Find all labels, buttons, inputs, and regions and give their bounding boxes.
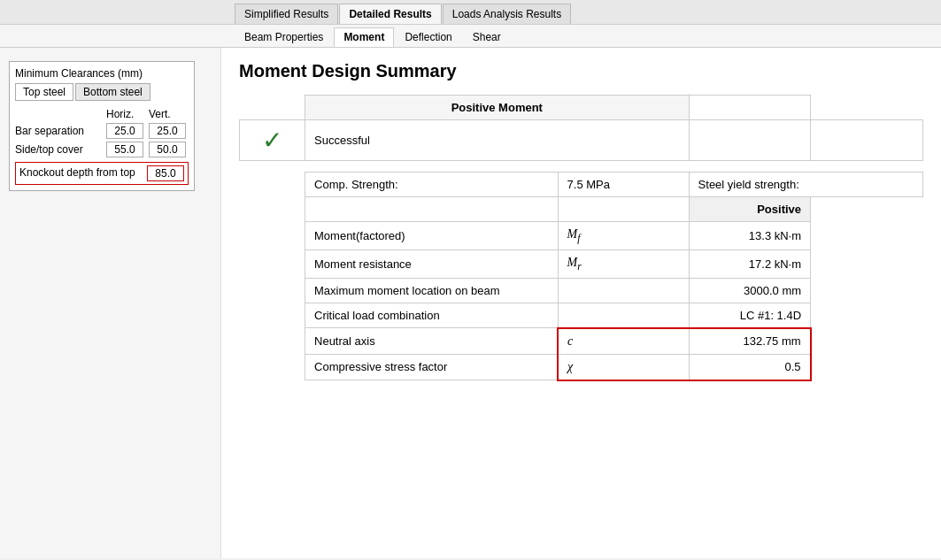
sub-tab-moment[interactable]: Moment: [334, 27, 394, 47]
table-row: Critical load combination LC #1: 1.4D: [240, 303, 923, 328]
empty-1: [811, 249, 923, 278]
row-symbol-2: [558, 278, 689, 303]
steel-yield-label: Steel yield strength:: [689, 173, 922, 197]
empty-cell-1: [240, 96, 305, 120]
horiz-header: Horiz.: [106, 108, 146, 120]
clearances-title: Minimum Clearances (mm): [15, 67, 189, 80]
row-value-5: 0.5: [689, 354, 810, 380]
table-row: Moment(factored) Mf 13.3 kN·m: [240, 222, 923, 250]
row-symbol-4: c: [558, 328, 689, 355]
empty-cell-3: [811, 96, 923, 120]
bar-sep-vert-input[interactable]: [149, 123, 186, 139]
right-panel: Moment Design Summary Positive Moment ✓ …: [221, 48, 941, 558]
vert-header: Vert.: [149, 108, 189, 120]
steel-tabs: Top steel Bottom steel: [15, 83, 189, 101]
bottom-steel-tab[interactable]: Bottom steel: [75, 83, 150, 101]
empty-cell-2: [689, 96, 810, 120]
table-row-highlighted-compressive: Compressive stress factor χ 0.5: [240, 354, 923, 380]
empty-row-cell-2: [240, 278, 305, 303]
empty-5: [811, 354, 923, 380]
empty-row-cell-3: [240, 303, 305, 328]
table-row-highlighted-neutral: Neutral axis c 132.75 mm: [240, 328, 923, 355]
top-steel-tab[interactable]: Top steel: [15, 83, 73, 101]
comp-strength-label: Comp. Strength:: [305, 173, 559, 197]
row-label-0: Moment(factored): [305, 222, 559, 250]
positive-col-header: Positive: [689, 197, 810, 222]
empty-0: [811, 222, 923, 250]
status-text: Successful: [305, 120, 690, 161]
row-symbol-3: [558, 303, 689, 328]
empty-col-header-3: [811, 197, 923, 222]
row-symbol-0: Mf: [558, 222, 689, 250]
side-cover-label: Side/top cover: [15, 143, 104, 156]
row-symbol-5: χ: [558, 354, 689, 380]
positive-moment-header: Positive Moment: [305, 96, 690, 120]
empty-cell-6: [240, 173, 305, 197]
tab-simplified-results[interactable]: Simplified Results: [235, 4, 338, 24]
table-row: Moment resistance Mr 17.2 kN·m: [240, 249, 923, 278]
empty-row-cell: [240, 222, 305, 250]
tab-detailed-results[interactable]: Detailed Results: [339, 4, 441, 24]
left-panel: Minimum Clearances (mm) Top steel Bottom…: [0, 48, 221, 558]
row-label-1: Moment resistance: [305, 249, 559, 278]
empty-row-cell-1: [240, 249, 305, 278]
status-check-icon: ✓: [240, 120, 305, 161]
section-title: Moment Design Summary: [239, 61, 923, 81]
bar-sep-label: Bar separation: [15, 125, 104, 137]
empty-row-cell-4: [240, 328, 305, 355]
empty-col-header-2: [558, 197, 689, 222]
side-cover-vert-input[interactable]: [149, 142, 186, 157]
knockout-row: Knockout depth from top: [15, 162, 189, 185]
clearances-grid: Horiz. Vert. Bar separation Side/top cov…: [15, 108, 189, 157]
row-symbol-1: Mr: [558, 249, 689, 278]
empty-col-header-1: [305, 197, 559, 222]
row-value-3: LC #1: 1.4D: [689, 303, 810, 328]
row-value-2: 3000.0 mm: [689, 278, 810, 303]
main-layout: Minimum Clearances (mm) Top steel Bottom…: [0, 48, 941, 558]
sub-nav: Beam Properties Moment Deflection Shear: [0, 25, 941, 48]
empty-4: [811, 328, 923, 355]
knockout-label: Knockout depth from top: [19, 166, 147, 180]
summary-table: Positive Moment ✓ Successful Comp. Stren…: [239, 95, 923, 381]
row-label-5: Compressive stress factor: [305, 354, 559, 380]
top-nav: Simplified Results Detailed Results Load…: [0, 0, 941, 25]
clearances-box: Minimum Clearances (mm) Top steel Bottom…: [9, 61, 195, 191]
empty-row-cell-5: [240, 354, 305, 380]
row-value-0: 13.3 kN·m: [689, 222, 810, 250]
empty-3: [811, 303, 923, 328]
sub-tab-deflection[interactable]: Deflection: [395, 27, 461, 47]
bar-sep-horiz-input[interactable]: [106, 123, 143, 139]
tab-loads-analysis[interactable]: Loads Analysis Results: [443, 4, 571, 24]
row-label-3: Critical load combination: [305, 303, 559, 328]
row-label-2: Maximum moment location on beam: [305, 278, 559, 303]
row-value-4: 132.75 mm: [689, 328, 810, 355]
sub-tab-beam-properties[interactable]: Beam Properties: [235, 27, 333, 47]
row-label-4: Neutral axis: [305, 328, 559, 355]
empty-cell-4: [689, 120, 810, 161]
knockout-depth-input[interactable]: [147, 165, 184, 181]
table-row: Maximum moment location on beam 3000.0 m…: [240, 278, 923, 303]
empty-cell-5: [811, 120, 923, 161]
empty-2: [811, 278, 923, 303]
comp-strength-value: 7.5 MPa: [558, 173, 689, 197]
sub-tab-shear[interactable]: Shear: [463, 27, 511, 47]
side-cover-horiz-input[interactable]: [106, 142, 143, 157]
empty-header-cell: [240, 197, 305, 222]
spacer-row: [240, 161, 923, 173]
row-value-1: 17.2 kN·m: [689, 249, 810, 278]
